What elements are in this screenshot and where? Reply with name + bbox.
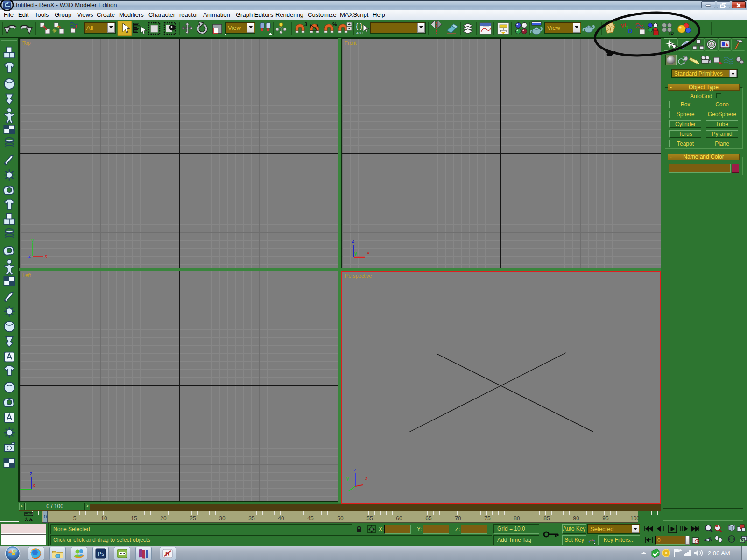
svg-text:y: y	[31, 238, 34, 243]
svg-text:3: 3	[304, 21, 307, 27]
svg-text:z: z	[28, 253, 31, 259]
svg-text:z: z	[352, 238, 354, 244]
svg-text:{ }: { }	[356, 22, 362, 30]
svg-text:%: %	[332, 21, 337, 27]
svg-text:y: y	[354, 251, 357, 256]
svg-text:Ps: Ps	[98, 551, 104, 557]
svg-text:ABC: ABC	[356, 31, 363, 35]
svg-text:x: x	[45, 253, 47, 259]
svg-text:y: y	[346, 476, 349, 481]
svg-text:z: z	[354, 467, 357, 472]
svg-text:ID: ID	[669, 31, 674, 35]
svg-text:x: x	[367, 250, 370, 255]
svg-text:x: x	[365, 475, 368, 481]
svg-text:z: z	[30, 471, 32, 476]
svg-text:x: x	[33, 483, 35, 488]
svg-text:D: D	[628, 28, 632, 35]
